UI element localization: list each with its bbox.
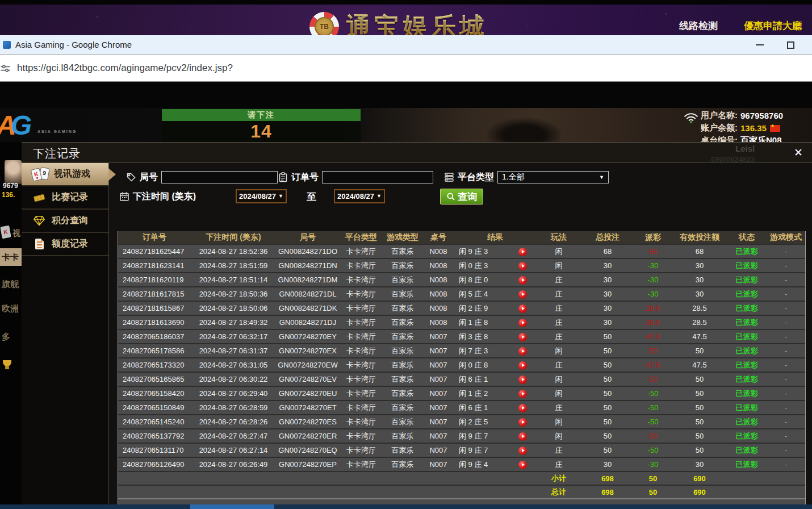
play-video-icon[interactable] bbox=[518, 248, 527, 256]
promo-hall-link[interactable]: 優惠申請大廳 bbox=[744, 19, 802, 32]
cell-payout: 47.5 bbox=[634, 329, 672, 344]
play-video-icon[interactable] bbox=[518, 461, 527, 469]
scrollbar-thumb[interactable] bbox=[190, 504, 274, 509]
play-video-icon[interactable] bbox=[518, 276, 527, 285]
cell-round-id: GN008248271DN bbox=[276, 258, 340, 273]
url-text[interactable]: https://gci.l842tbgc.com/agingame/pcv2/i… bbox=[17, 62, 233, 74]
calendar-icon bbox=[119, 191, 129, 202]
username-label: 用户名称: bbox=[701, 110, 738, 121]
line-check-link[interactable]: 线路检测 bbox=[679, 19, 718, 32]
cell-valid-bet: 50 bbox=[672, 443, 727, 457]
platform-select[interactable]: 1.全部 ▼ bbox=[497, 171, 609, 183]
lobby-left-strip: 9679 136. K 视 卡卡 旗舰 欧洲 多 bbox=[0, 142, 22, 504]
cell-total-bet: 30 bbox=[581, 273, 634, 287]
lobby-item-europe[interactable]: 欧洲 bbox=[2, 303, 19, 314]
play-video-icon[interactable] bbox=[518, 447, 527, 455]
horizontal-scrollbar[interactable] bbox=[0, 504, 812, 509]
cell-total-bet: 30 bbox=[581, 258, 634, 273]
sum-label: 总计 bbox=[536, 485, 581, 499]
round-filter: 局号 bbox=[126, 170, 278, 185]
cell-platform: 卡卡湾厅 bbox=[340, 386, 383, 400]
url-bar[interactable]: https://gci.l842tbgc.com/agingame/pcv2/i… bbox=[0, 55, 812, 82]
column-header: 桌号 bbox=[422, 231, 454, 244]
cell-table-no: N007 bbox=[422, 443, 454, 457]
play-video-icon[interactable] bbox=[518, 404, 527, 412]
cell-bet-time: 2024-08-27 18:52:36 bbox=[191, 244, 276, 258]
search-button[interactable]: 查询 bbox=[440, 189, 483, 205]
close-icon[interactable]: ✕ bbox=[794, 146, 803, 159]
cell-game-type: 百家乐 bbox=[383, 415, 422, 429]
lobby-item-kaka[interactable]: 卡卡 bbox=[0, 248, 22, 266]
cell-bet-time: 2024-08-27 18:51:14 bbox=[191, 273, 276, 287]
cell-bet-side: 闲 bbox=[536, 415, 581, 429]
tab-match-records[interactable]: 比赛记录 bbox=[22, 186, 108, 210]
cell-status: 已派彩 bbox=[727, 386, 767, 400]
minimize-button[interactable] bbox=[748, 35, 771, 55]
chevron-down-icon: ▼ bbox=[376, 193, 382, 199]
cell-round-id: GN008248271DO bbox=[276, 244, 340, 258]
cell-table-no: N007 bbox=[422, 429, 454, 443]
cell-valid-bet: 30 bbox=[672, 273, 727, 287]
play-video-icon[interactable] bbox=[518, 361, 527, 370]
chrome-titlebar[interactable]: Asia Gaming - Google Chrome bbox=[0, 35, 812, 55]
date-to-picker[interactable]: 2024/08/27 ▼ bbox=[334, 189, 385, 203]
play-video-icon[interactable] bbox=[518, 319, 527, 327]
play-video-icon[interactable] bbox=[518, 390, 527, 398]
table-row: 2408270651264902024-08-27 06:26:49GN0072… bbox=[118, 457, 805, 472]
cell-table-no: N007 bbox=[422, 329, 454, 344]
cell-result: 闲 6 庄 1 bbox=[454, 372, 509, 386]
brand-title: 通宝娱乐城 bbox=[346, 12, 488, 35]
lobby-item-multi[interactable]: 多 bbox=[2, 332, 10, 343]
tab-points-query[interactable]: 积分查询 bbox=[22, 210, 108, 233]
cell-game-type: 百家乐 bbox=[383, 457, 422, 472]
cell-result: 闲 7 庄 3 bbox=[454, 344, 509, 358]
date-from-picker[interactable]: 2024/08/27 ▼ bbox=[236, 189, 287, 203]
cell-platform: 卡卡湾厅 bbox=[340, 415, 383, 429]
cell-replay bbox=[509, 344, 536, 358]
cell-order-id: 240827065131170 bbox=[118, 443, 191, 457]
cell-mode: - bbox=[767, 329, 805, 344]
cell-bet-side: 庄 bbox=[536, 301, 581, 315]
cell-replay bbox=[509, 244, 536, 258]
cell-replay bbox=[509, 415, 536, 429]
to-label: 至 bbox=[307, 190, 316, 203]
cell-total-bet: 50 bbox=[581, 344, 634, 358]
play-video-icon[interactable] bbox=[518, 333, 527, 341]
dialog-content: 局号 订单号 bbox=[109, 163, 812, 504]
play-video-icon[interactable] bbox=[518, 432, 527, 441]
cell-valid-bet: 30 bbox=[672, 258, 727, 273]
order-input[interactable] bbox=[322, 171, 433, 183]
cell-round-id: GN007248270EX bbox=[276, 344, 340, 358]
cell-platform: 卡卡湾厅 bbox=[340, 358, 383, 372]
play-video-icon[interactable] bbox=[518, 290, 527, 299]
column-header: 玩法 bbox=[536, 231, 581, 244]
lobby-item-flagship[interactable]: 旗舰 bbox=[2, 279, 19, 290]
cell-result: 闲 0 庄 8 bbox=[454, 358, 509, 372]
screen: TB 通宝娱乐城 线路检测 優惠申請大廳 Asia Gaming - Googl… bbox=[0, 0, 812, 509]
play-video-icon[interactable] bbox=[518, 347, 527, 356]
tab-video-games[interactable]: 9 K♥ 视讯游戏 bbox=[22, 163, 108, 186]
play-video-icon[interactable] bbox=[518, 304, 527, 313]
cell-game-type: 百家乐 bbox=[383, 258, 422, 273]
cell-table-no: N008 bbox=[422, 315, 454, 329]
chip-label: TB bbox=[315, 17, 334, 35]
cell-total-bet: 30 bbox=[581, 287, 634, 301]
play-video-icon[interactable] bbox=[518, 376, 527, 384]
cell-order-id: 240827181623141 bbox=[118, 258, 191, 273]
cell-result: 闲 3 庄 8 bbox=[454, 329, 509, 344]
play-video-icon[interactable] bbox=[518, 418, 527, 427]
platform-list-icon bbox=[444, 172, 454, 182]
trophy-icon bbox=[3, 360, 11, 366]
cell-round-id: GN007248270EQ bbox=[276, 443, 340, 457]
round-input[interactable] bbox=[161, 171, 278, 183]
records-table-panel: 订单号下注时间 (美东)局号平台类型游戏类型桌号结果玩法总投注派彩有效投注额状态… bbox=[118, 231, 806, 504]
cell-bet-time: 2024-08-27 06:26:49 bbox=[191, 457, 276, 472]
cell-payout: 68 bbox=[634, 244, 672, 258]
cell-mode: - bbox=[767, 258, 805, 273]
dialog-title: 下注记录 bbox=[33, 146, 81, 161]
site-settings-icon[interactable] bbox=[1, 64, 10, 73]
cell-game-type: 百家乐 bbox=[383, 429, 422, 443]
tab-credit-records[interactable]: 额度记录 bbox=[22, 233, 108, 256]
maximize-button[interactable] bbox=[779, 35, 802, 55]
play-video-icon[interactable] bbox=[518, 262, 527, 270]
